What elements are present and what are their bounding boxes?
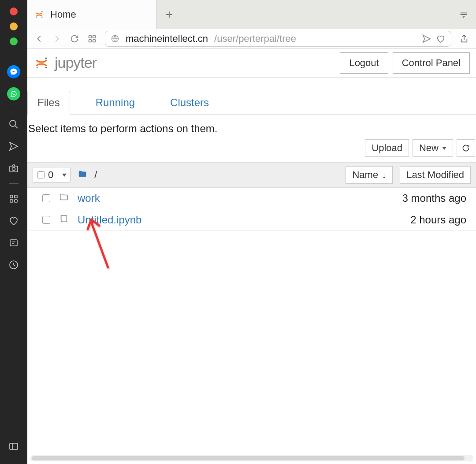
row-checkbox[interactable] — [42, 194, 50, 202]
svg-rect-15 — [89, 39, 92, 42]
page-content: jupyter Logout Control Panel Files Runni… — [27, 48, 476, 464]
window-minimize-button[interactable] — [10, 22, 18, 30]
refresh-button[interactable] — [457, 139, 475, 157]
send-icon[interactable] — [7, 139, 21, 153]
select-all-dropdown[interactable]: 0 — [33, 167, 71, 183]
select-caret-icon[interactable] — [58, 167, 70, 182]
window-controls — [10, 7, 18, 45]
browser-tab-active[interactable]: Home — [27, 0, 157, 29]
selected-count: 0 — [48, 169, 53, 181]
svg-point-11 — [36, 17, 37, 18]
svg-point-12 — [41, 17, 42, 18]
refresh-icon — [461, 144, 470, 152]
new-label: New — [419, 142, 439, 154]
jupyter-logo[interactable]: jupyter — [33, 54, 97, 71]
svg-rect-1 — [10, 166, 18, 172]
apps-grid-icon[interactable] — [7, 192, 21, 206]
history-icon[interactable] — [7, 258, 21, 272]
svg-rect-16 — [93, 39, 96, 42]
sidebar-toggle-icon[interactable] — [7, 439, 21, 453]
file-toolbar: Upload New — [27, 135, 476, 162]
url-path: /user/perterpai/tree — [214, 33, 296, 45]
tab-bar: Home + — [27, 0, 476, 29]
new-dropdown[interactable]: New — [413, 139, 453, 157]
file-link[interactable]: work — [78, 192, 100, 204]
notes-icon[interactable] — [7, 236, 21, 250]
svg-point-10 — [41, 11, 43, 12]
sort-by-modified-button[interactable]: Last Modified — [400, 166, 471, 184]
svg-rect-7 — [10, 240, 17, 246]
url-host: machineintellect.cn — [126, 33, 208, 45]
row-checkbox[interactable] — [42, 216, 50, 224]
os-dock — [0, 0, 27, 464]
notebook-icon — [59, 214, 69, 226]
favorite-icon[interactable] — [436, 34, 446, 44]
reload-button[interactable] — [70, 34, 79, 44]
breadcrumb-root-icon[interactable] — [78, 169, 87, 181]
file-row: Untitled.ipynb 2 hours ago — [27, 209, 476, 231]
back-button[interactable] — [34, 34, 44, 44]
address-bar[interactable]: machineintellect.cn/user/perterpai/tree — [105, 31, 451, 47]
file-link[interactable]: Untitled.ipynb — [78, 214, 141, 226]
horizontal-scrollbar[interactable] — [30, 455, 473, 461]
dashboard-tabs: Files Running Clusters — [27, 78, 476, 115]
dock-separator — [9, 109, 19, 109]
whatsapp-app-icon[interactable] — [7, 87, 21, 101]
tabs-menu-icon[interactable] — [451, 0, 476, 29]
svg-rect-3 — [10, 195, 13, 198]
jupyter-logo-text: jupyter — [55, 54, 97, 71]
dock-separator — [9, 183, 19, 184]
svg-point-2 — [12, 167, 15, 171]
svg-point-0 — [10, 120, 16, 126]
file-modified: 3 months ago — [402, 192, 471, 204]
jupyter-logo-icon — [33, 55, 49, 71]
folder-icon — [59, 192, 69, 204]
navigation-bar: machineintellect.cn/user/perterpai/tree — [27, 29, 476, 48]
file-list-header: 0 / Name ↓ Last Modified — [27, 162, 476, 188]
svg-rect-14 — [93, 35, 96, 38]
file-modified: 2 hours ago — [410, 214, 471, 226]
svg-rect-9 — [10, 443, 18, 449]
new-tab-button[interactable]: + — [157, 0, 182, 29]
tab-running[interactable]: Running — [86, 91, 145, 114]
send-page-icon[interactable] — [422, 34, 431, 44]
messenger-app-icon[interactable] — [7, 65, 21, 79]
svg-point-18 — [45, 57, 47, 59]
share-button[interactable] — [459, 34, 469, 44]
svg-rect-5 — [10, 200, 13, 202]
caret-down-icon — [442, 147, 446, 150]
camera-icon[interactable] — [7, 161, 21, 175]
file-row: work 3 months ago — [27, 188, 476, 209]
forward-button[interactable] — [52, 34, 62, 44]
svg-point-19 — [37, 67, 38, 68]
window-maximize-button[interactable] — [10, 37, 18, 45]
svg-rect-4 — [15, 195, 17, 198]
jupyter-header: jupyter Logout Control Panel — [27, 48, 476, 78]
control-panel-button[interactable]: Control Panel — [393, 52, 470, 74]
select-all-checkbox[interactable] — [37, 171, 45, 178]
heart-icon[interactable] — [7, 214, 21, 228]
jupyter-icon — [34, 10, 44, 19]
window-close-button[interactable] — [10, 7, 18, 15]
search-icon[interactable] — [7, 117, 21, 131]
tab-title: Home — [50, 9, 76, 20]
svg-rect-13 — [89, 35, 92, 38]
site-info-icon[interactable] — [111, 34, 119, 43]
svg-rect-6 — [15, 200, 17, 202]
sort-name-label: Name — [352, 169, 378, 181]
browser-window: Home + machineintellect.cn/user/perterpa… — [27, 0, 476, 464]
arrow-down-icon: ↓ — [382, 170, 386, 180]
breadcrumb-separator: / — [94, 169, 97, 181]
selection-hint: Select items to perform actions on them. — [27, 115, 476, 135]
tab-clusters[interactable]: Clusters — [160, 91, 219, 114]
sort-by-name-button[interactable]: Name ↓ — [346, 166, 393, 184]
logout-button[interactable]: Logout — [340, 52, 388, 74]
upload-button[interactable]: Upload — [365, 139, 409, 157]
tab-files[interactable]: Files — [27, 91, 70, 115]
svg-point-20 — [45, 67, 47, 68]
workspaces-icon[interactable] — [87, 34, 97, 44]
